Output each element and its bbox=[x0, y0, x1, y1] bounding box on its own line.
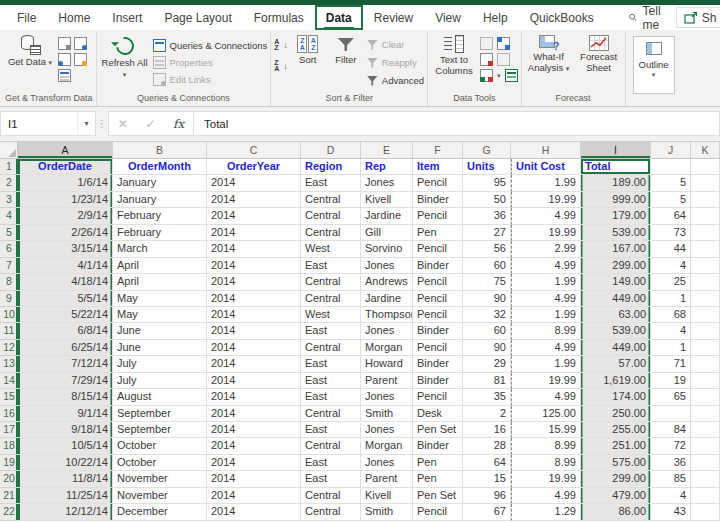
cell-H18[interactable]: 8.99 bbox=[511, 438, 581, 454]
row-header-3[interactable]: 3 bbox=[0, 192, 18, 208]
cell-D19[interactable]: East bbox=[301, 455, 361, 471]
row-header-8[interactable]: 8 bbox=[0, 274, 18, 290]
select-all-corner[interactable] bbox=[0, 142, 18, 159]
cell-H15[interactable]: 4.99 bbox=[511, 389, 581, 405]
cell-A21[interactable]: 11/25/14 bbox=[18, 488, 113, 504]
cell-C7[interactable]: 2014 bbox=[207, 258, 301, 274]
row-header-9[interactable]: 9 bbox=[0, 291, 18, 307]
cell-B9[interactable]: May bbox=[113, 291, 207, 307]
text-to-columns-button[interactable]: Text to Columns bbox=[431, 33, 477, 77]
row-header-13[interactable]: 13 bbox=[0, 356, 18, 372]
cell-B2[interactable]: January bbox=[113, 175, 207, 191]
cell-C12[interactable]: 2014 bbox=[207, 340, 301, 356]
data-validation-icon[interactable] bbox=[480, 69, 493, 82]
tab-page-layout[interactable]: Page Layout bbox=[153, 5, 242, 30]
cell-D2[interactable]: East bbox=[301, 175, 361, 191]
cell-G11[interactable]: 60 bbox=[463, 323, 511, 339]
cell-J13[interactable]: 71 bbox=[651, 356, 691, 372]
cell-D1[interactable]: Region bbox=[301, 159, 361, 175]
cell-K9[interactable] bbox=[691, 291, 720, 307]
cell-G6[interactable]: 56 bbox=[463, 241, 511, 257]
cell-H9[interactable]: 4.99 bbox=[511, 291, 581, 307]
cell-F13[interactable]: Binder bbox=[413, 356, 463, 372]
cell-I8[interactable]: 149.00 bbox=[581, 274, 651, 290]
cell-K13[interactable] bbox=[691, 356, 720, 372]
cell-F7[interactable]: Binder bbox=[413, 258, 463, 274]
cell-G4[interactable]: 36 bbox=[463, 208, 511, 224]
cell-J14[interactable]: 19 bbox=[651, 373, 691, 389]
queries-connections-button[interactable]: Queries & Connections bbox=[153, 38, 268, 53]
cell-B22[interactable]: December bbox=[113, 504, 207, 520]
sort-button[interactable]: ZA AZ Sort bbox=[291, 33, 325, 66]
row-header-22[interactable]: 22 bbox=[0, 504, 18, 520]
cell-C22[interactable]: 2014 bbox=[207, 504, 301, 520]
cell-B10[interactable]: May bbox=[113, 307, 207, 323]
cell-C5[interactable]: 2014 bbox=[207, 225, 301, 241]
cell-F4[interactable]: Pencil bbox=[413, 208, 463, 224]
cell-J2[interactable]: 5 bbox=[651, 175, 691, 191]
cell-I13[interactable]: 57.00 bbox=[581, 356, 651, 372]
cell-J1[interactable] bbox=[651, 159, 691, 175]
cell-F19[interactable]: Pen bbox=[413, 455, 463, 471]
cell-A9[interactable]: 5/5/14 bbox=[18, 291, 113, 307]
row-header-10[interactable]: 10 bbox=[0, 307, 18, 323]
cell-K16[interactable] bbox=[691, 406, 720, 422]
cell-K5[interactable] bbox=[691, 225, 720, 241]
cell-B17[interactable]: September bbox=[113, 422, 207, 438]
column-header-J[interactable]: J bbox=[651, 142, 691, 159]
row-header-21[interactable]: 21 bbox=[0, 488, 18, 504]
cell-D4[interactable]: Central bbox=[301, 208, 361, 224]
tab-quickbooks[interactable]: QuickBooks bbox=[519, 5, 605, 30]
cell-H12[interactable]: 4.99 bbox=[511, 340, 581, 356]
cell-G5[interactable]: 27 bbox=[463, 225, 511, 241]
filter-button[interactable]: Filter bbox=[328, 33, 364, 66]
name-box[interactable]: I1 ▾ bbox=[0, 111, 96, 136]
cell-H8[interactable]: 1.99 bbox=[511, 274, 581, 290]
tab-help[interactable]: Help bbox=[472, 5, 519, 30]
cell-B18[interactable]: October bbox=[113, 438, 207, 454]
column-header-K[interactable]: K bbox=[691, 142, 720, 159]
tab-home[interactable]: Home bbox=[47, 5, 101, 30]
cell-H19[interactable]: 8.99 bbox=[511, 455, 581, 471]
get-data-button[interactable]: Get Data ▾ bbox=[5, 33, 55, 68]
cell-F1[interactable]: Item bbox=[413, 159, 463, 175]
cell-B1[interactable]: OrderMonth bbox=[113, 159, 207, 175]
cell-D13[interactable]: East bbox=[301, 356, 361, 372]
cell-A7[interactable]: 4/1/14 bbox=[18, 258, 113, 274]
forecast-sheet-button[interactable]: Forecast Sheet bbox=[576, 33, 622, 74]
cell-A14[interactable]: 7/29/14 bbox=[18, 373, 113, 389]
cell-K21[interactable] bbox=[691, 488, 720, 504]
column-header-C[interactable]: C bbox=[207, 142, 301, 159]
cell-G8[interactable]: 75 bbox=[463, 274, 511, 290]
cell-F2[interactable]: Pencil bbox=[413, 175, 463, 191]
cell-H13[interactable]: 1.99 bbox=[511, 356, 581, 372]
cell-A15[interactable]: 8/15/14 bbox=[18, 389, 113, 405]
cell-C1[interactable]: OrderYear bbox=[207, 159, 301, 175]
cell-J15[interactable]: 65 bbox=[651, 389, 691, 405]
cell-J4[interactable]: 64 bbox=[651, 208, 691, 224]
cell-H16[interactable]: 125.00 bbox=[511, 406, 581, 422]
cell-G12[interactable]: 90 bbox=[463, 340, 511, 356]
from-table-range-icon[interactable] bbox=[58, 69, 71, 82]
cell-D8[interactable]: Central bbox=[301, 274, 361, 290]
cell-D10[interactable]: West bbox=[301, 307, 361, 323]
cell-H22[interactable]: 1.29 bbox=[511, 504, 581, 520]
cell-D22[interactable]: Central bbox=[301, 504, 361, 520]
cell-I1[interactable]: Total bbox=[581, 159, 651, 175]
cell-F14[interactable]: Binder bbox=[413, 373, 463, 389]
cell-D18[interactable]: Central bbox=[301, 438, 361, 454]
cell-E13[interactable]: Howard bbox=[361, 356, 413, 372]
row-header-5[interactable]: 5 bbox=[0, 225, 18, 241]
cell-A1[interactable]: OrderDate bbox=[18, 159, 113, 175]
column-header-G[interactable]: G bbox=[463, 142, 511, 159]
cell-C9[interactable]: 2014 bbox=[207, 291, 301, 307]
cell-H5[interactable]: 19.99 bbox=[511, 225, 581, 241]
cell-G16[interactable]: 2 bbox=[463, 406, 511, 422]
cell-B19[interactable]: October bbox=[113, 455, 207, 471]
cell-E12[interactable]: Morgan bbox=[361, 340, 413, 356]
cell-I9[interactable]: 449.00 bbox=[581, 291, 651, 307]
cell-E1[interactable]: Rep bbox=[361, 159, 413, 175]
cell-I22[interactable]: 86.00 bbox=[581, 504, 651, 520]
cell-H17[interactable]: 15.99 bbox=[511, 422, 581, 438]
cell-B11[interactable]: June bbox=[113, 323, 207, 339]
